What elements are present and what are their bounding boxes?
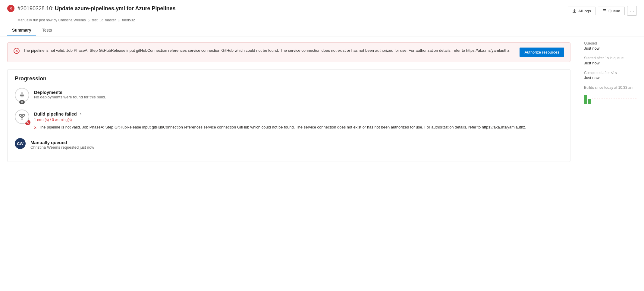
build-body: Build pipeline failed ∧ 1 error(s) / 0 w… bbox=[34, 110, 563, 131]
repo-name: test bbox=[92, 18, 98, 22]
sidebar-builds: Builds since today at 10:33 am bbox=[584, 85, 638, 104]
chart-dash-line bbox=[592, 98, 638, 98]
deployments-icon-container: 0 bbox=[15, 88, 29, 102]
error-x-icon: × bbox=[34, 125, 36, 131]
timeline-item-queued: CW Manually queued Christina Weems reque… bbox=[15, 138, 563, 150]
chart-bar-1 bbox=[584, 95, 587, 104]
user-avatar: CW bbox=[15, 138, 26, 149]
diamond-separator-3: ◇ bbox=[118, 19, 120, 22]
diamond-separator-1: ◇ bbox=[88, 19, 90, 22]
error-banner-icon bbox=[14, 48, 20, 54]
sidebar-started: Started after 1s in queue Just now bbox=[584, 56, 638, 65]
tab-summary[interactable]: Summary bbox=[7, 25, 36, 36]
queue-icon bbox=[602, 9, 607, 13]
pipeline-icon bbox=[19, 113, 25, 120]
deployments-desc: No deployments were found for this build… bbox=[34, 95, 563, 99]
collapse-icon[interactable]: ∧ bbox=[79, 112, 82, 116]
timeline-item-build-wrapper: × Build pipeline failed ∧ 1 error(s) / 0… bbox=[15, 110, 563, 131]
rocket-icon bbox=[19, 92, 25, 98]
progression-title: Progression bbox=[15, 76, 563, 82]
timeline-item-queued-wrapper: CW Manually queued Christina Weems reque… bbox=[15, 138, 563, 150]
build-error-detail: × The pipeline is not valid. Job PhaseA:… bbox=[34, 124, 563, 131]
sidebar: Queued Just now Started after 1s in queu… bbox=[578, 36, 644, 168]
build-number-title: #20190328.10: Update azure-pipelines.yml… bbox=[17, 5, 175, 12]
builds-label: Builds since today at 10:33 am bbox=[584, 85, 638, 90]
deployments-badge: 0 bbox=[19, 100, 25, 104]
queued-name: Manually queued bbox=[30, 140, 94, 145]
completed-value: Just now bbox=[584, 76, 638, 80]
svg-rect-2 bbox=[603, 12, 605, 12]
error-banner: The pipeline is not valid. Job PhaseA: S… bbox=[7, 42, 570, 62]
build-name: Build pipeline failed bbox=[34, 111, 77, 116]
chart-bar-2 bbox=[588, 99, 591, 104]
progression-section: Progression 0 bbox=[7, 69, 570, 162]
error-banner-left: The pipeline is not valid. Job PhaseA: S… bbox=[14, 48, 515, 54]
commit-hash: f0ed532 bbox=[122, 18, 135, 22]
error-detail-text: The pipeline is not valid. Job PhaseA: S… bbox=[39, 124, 526, 130]
started-value: Just now bbox=[584, 61, 638, 65]
sidebar-completed: Completed after <1s Just now bbox=[584, 71, 638, 80]
completed-label: Completed after <1s bbox=[584, 71, 638, 75]
tab-tests[interactable]: Tests bbox=[37, 25, 57, 36]
download-icon bbox=[572, 9, 576, 13]
build-number: #20190328.10: bbox=[17, 5, 54, 11]
deployments-name: Deployments bbox=[34, 90, 563, 95]
all-logs-button[interactable]: All logs bbox=[568, 7, 595, 15]
build-header: Build pipeline failed ∧ bbox=[34, 111, 563, 116]
queued-text-block: Manually queued Christina Weems requeste… bbox=[30, 140, 94, 150]
queued-value: Just now bbox=[584, 46, 638, 51]
builds-chart bbox=[584, 92, 638, 104]
error-status-icon: × bbox=[7, 5, 14, 12]
header-title: × #20190328.10: Update azure-pipelines.y… bbox=[7, 5, 175, 12]
queue-button[interactable]: Queue bbox=[598, 7, 625, 15]
diamond-separator-2: ⎇ bbox=[99, 19, 103, 22]
queued-body: Manually queued Christina Weems requeste… bbox=[30, 138, 563, 150]
header-top: × #20190328.10: Update azure-pipelines.y… bbox=[7, 5, 637, 16]
authorize-resources-button[interactable]: Authorize resources bbox=[520, 48, 564, 57]
page-header: × #20190328.10: Update azure-pipelines.y… bbox=[0, 0, 644, 36]
started-label: Started after 1s in queue bbox=[584, 56, 638, 60]
all-logs-label: All logs bbox=[578, 9, 591, 13]
meta-text: Manually run just now by Christina Weems bbox=[17, 18, 86, 22]
tabs: Summary Tests bbox=[7, 25, 637, 36]
timeline-item-deployments-wrapper: 0 Deployments No deployments were found … bbox=[15, 88, 563, 102]
build-pipeline-icon bbox=[15, 110, 29, 124]
queued-desc: Christina Weems requested just now bbox=[30, 145, 94, 150]
svg-rect-5 bbox=[23, 114, 24, 116]
build-title: Update azure-pipelines.yml for Azure Pip… bbox=[55, 5, 175, 11]
svg-point-3 bbox=[22, 94, 23, 95]
branch-name: master bbox=[105, 18, 116, 22]
build-errors: 1 error(s) / 0 warning(s) bbox=[34, 118, 563, 122]
error-banner-text: The pipeline is not valid. Job PhaseA: S… bbox=[23, 48, 510, 54]
timeline: 0 Deployments No deployments were found … bbox=[15, 88, 563, 150]
deployments-body: Deployments No deployments were found fo… bbox=[34, 88, 563, 99]
main-content: The pipeline is not valid. Job PhaseA: S… bbox=[0, 36, 578, 168]
main-layout: The pipeline is not valid. Job PhaseA: S… bbox=[0, 36, 644, 168]
build-icon-container: × bbox=[15, 110, 29, 124]
queue-label: Queue bbox=[608, 9, 620, 13]
svg-rect-1 bbox=[603, 11, 606, 11]
mini-chart bbox=[584, 92, 638, 104]
timeline-item-deployments: 0 Deployments No deployments were found … bbox=[15, 88, 563, 102]
timeline-item-build: × Build pipeline failed ∧ 1 error(s) / 0… bbox=[15, 110, 563, 131]
svg-rect-4 bbox=[20, 114, 21, 116]
more-options-button[interactable]: ⋯ bbox=[627, 6, 637, 16]
svg-rect-6 bbox=[21, 117, 23, 119]
header-actions: All logs Queue ⋯ bbox=[568, 6, 637, 16]
svg-rect-0 bbox=[603, 9, 606, 10]
queued-label: Queued bbox=[584, 41, 638, 45]
sidebar-queued: Queued Just now bbox=[584, 41, 638, 51]
header-meta: Manually run just now by Christina Weems… bbox=[17, 18, 637, 22]
